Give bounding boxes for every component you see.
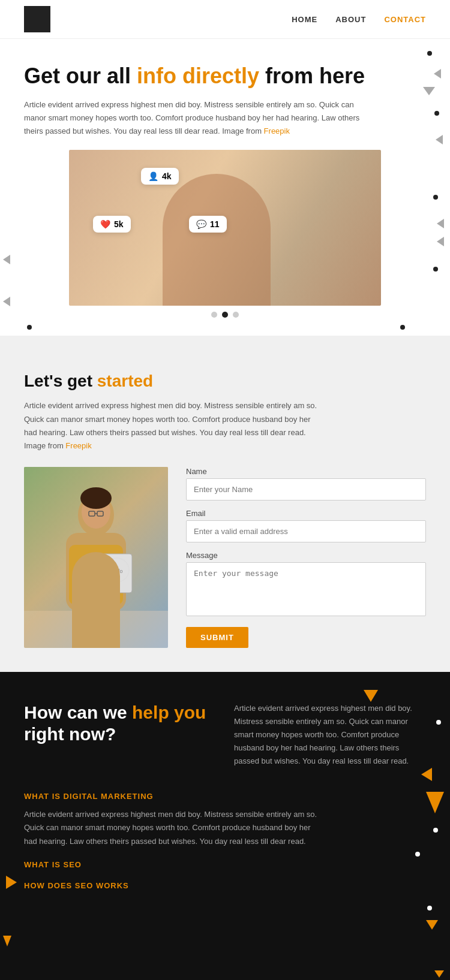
deco-dot-5 bbox=[27, 325, 32, 330]
form-image: info bbox=[24, 467, 168, 648]
help-title-block: How can we help you right now? bbox=[24, 702, 216, 768]
deco-tri-6 bbox=[3, 255, 10, 264]
chat-icon: 💬 bbox=[196, 219, 206, 229]
get-started-section: Let's get started Article evident arrive… bbox=[0, 348, 450, 671]
logo[interactable] bbox=[24, 6, 50, 32]
hero-image: 👤 4k ❤️ 5k 💬 11 bbox=[69, 150, 381, 306]
person-icon: 👤 bbox=[148, 171, 158, 181]
nav-home[interactable]: HOME bbox=[292, 15, 317, 24]
carousel-indicators bbox=[24, 312, 426, 318]
contact-form: Name Email Message SUBMIT bbox=[186, 467, 426, 648]
main-nav: HOME ABOUT CONTACT bbox=[292, 15, 426, 24]
svg-marker-14 bbox=[364, 690, 378, 702]
get-started-body: Article evident arrived express highest … bbox=[24, 399, 324, 452]
deco-dot-2 bbox=[434, 111, 439, 116]
help-top: How can we help you right now? Article e… bbox=[24, 702, 426, 768]
deco-orange-tri-sm bbox=[3, 936, 11, 949]
deco-dot-1 bbox=[427, 51, 432, 56]
email-label: Email bbox=[186, 509, 426, 518]
bubble-comments: 💬 11 bbox=[189, 216, 227, 233]
form-image-svg: info bbox=[24, 467, 168, 611]
hero-freepik-link[interactable]: Freepik bbox=[264, 126, 290, 135]
form-section: info Name Email Message SUBMIT bbox=[24, 467, 426, 648]
faq-item-3: HOW DOES SEO WORKS bbox=[24, 881, 426, 890]
nav-contact[interactable]: CONTACT bbox=[384, 15, 426, 24]
svg-point-7 bbox=[80, 487, 112, 509]
svg-rect-2 bbox=[66, 533, 126, 611]
name-group: Name bbox=[186, 467, 426, 500]
deco-tri-4 bbox=[437, 219, 444, 228]
faq-item-1: WHAT IS DIGITAL MARKETING Article eviden… bbox=[24, 792, 426, 848]
indicator-1[interactable] bbox=[211, 312, 217, 318]
help-description: Article evident arrived express highest … bbox=[234, 702, 426, 768]
heart-icon: ❤️ bbox=[100, 219, 110, 229]
hero-image-container: 👤 4k ❤️ 5k 💬 11 bbox=[24, 150, 426, 306]
svg-text:info: info bbox=[114, 568, 123, 574]
header: HOME ABOUT CONTACT bbox=[0, 0, 450, 39]
hero-body: Article evident arrived express highest … bbox=[24, 98, 372, 138]
svg-marker-20 bbox=[434, 970, 444, 978]
get-started-heading: Let's get started bbox=[24, 372, 426, 391]
deco-dot-6 bbox=[400, 325, 405, 330]
svg-rect-4 bbox=[72, 581, 93, 611]
message-input[interactable] bbox=[186, 562, 426, 616]
nav-about[interactable]: ABOUT bbox=[335, 15, 366, 24]
submit-button[interactable]: SUBMIT bbox=[186, 627, 248, 648]
svg-rect-5 bbox=[99, 581, 120, 611]
deco-dot-4 bbox=[433, 267, 438, 272]
message-label: Message bbox=[186, 551, 426, 560]
svg-marker-19 bbox=[426, 920, 438, 930]
indicator-2[interactable] bbox=[222, 312, 228, 318]
get-started-freepik-link[interactable]: Freepik bbox=[65, 441, 91, 450]
help-heading: How can we help you right now? bbox=[24, 702, 216, 745]
bubble-likes: ❤️ 5k bbox=[93, 216, 131, 233]
email-input[interactable] bbox=[186, 520, 426, 542]
deco-orange-tri-left bbox=[421, 768, 432, 783]
deco-orange-tri-big bbox=[426, 792, 444, 816]
deco-orange-tri-bot bbox=[426, 920, 438, 932]
faq-title-1[interactable]: WHAT IS DIGITAL MARKETING bbox=[24, 792, 426, 801]
faq-title-2[interactable]: WHAT IS SEO bbox=[24, 860, 426, 869]
name-input[interactable] bbox=[186, 478, 426, 500]
svg-rect-11 bbox=[102, 554, 132, 593]
deco-dot-white-3 bbox=[415, 852, 420, 857]
faq-item-2: WHAT IS SEO bbox=[24, 860, 426, 869]
indicator-3[interactable] bbox=[233, 312, 239, 318]
deco-dot-white-4 bbox=[427, 906, 432, 910]
deco-orange-tri-down bbox=[364, 690, 378, 704]
hero-heading: Get our all info directly from here bbox=[24, 63, 426, 89]
deco-tri-3 bbox=[436, 135, 443, 144]
faq-title-3[interactable]: HOW DOES SEO WORKS bbox=[24, 881, 426, 890]
email-group: Email bbox=[186, 509, 426, 542]
deco-tri-7 bbox=[3, 297, 10, 306]
faq-content-1: Article evident arrived express highest … bbox=[24, 808, 324, 848]
deco-tri-1 bbox=[434, 69, 441, 79]
deco-dot-3 bbox=[433, 195, 438, 200]
svg-marker-16 bbox=[426, 792, 444, 813]
hero-section: Get our all info directly from here Arti… bbox=[0, 39, 450, 336]
help-section: How can we help you right now? Article e… bbox=[0, 672, 450, 980]
deco-tri-5 bbox=[437, 237, 444, 246]
svg-marker-17 bbox=[6, 876, 17, 889]
deco-dot-white-1 bbox=[436, 720, 441, 725]
deco-orange-tri-right-left bbox=[6, 876, 17, 891]
deco-dot-white-2 bbox=[433, 828, 438, 833]
name-label: Name bbox=[186, 467, 426, 476]
message-group: Message bbox=[186, 551, 426, 619]
bubble-followers: 👤 4k bbox=[141, 168, 179, 185]
deco-orange-tri-bot2 bbox=[434, 969, 444, 980]
svg-marker-18 bbox=[3, 936, 11, 946]
svg-marker-15 bbox=[421, 768, 432, 781]
